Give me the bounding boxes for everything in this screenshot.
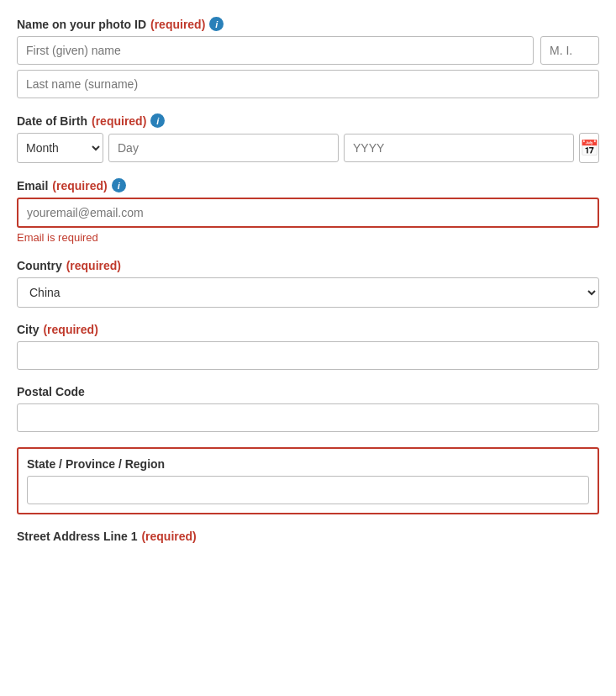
email-info-icon[interactable]: i — [112, 178, 126, 192]
dob-info-icon[interactable]: i — [150, 113, 165, 128]
state-province-box: State / Province / Region — [17, 447, 599, 514]
street-label-text: Street Address Line 1 — [17, 530, 137, 543]
postal-label-text: Postal Code — [17, 385, 85, 398]
dob-label-text: Date of Birth — [17, 114, 87, 128]
name-label-text: Name on your photo ID — [17, 18, 146, 31]
country-label: Country (required) — [17, 259, 599, 272]
dob-year-input[interactable] — [344, 134, 574, 162]
dob-required: (required) — [92, 114, 146, 128]
postal-section: Postal Code — [17, 385, 599, 432]
city-label-text: City — [17, 323, 39, 336]
postal-label: Postal Code — [17, 385, 599, 398]
first-name-input[interactable] — [17, 36, 534, 65]
street-section: Street Address Line 1 (required) — [17, 530, 599, 543]
name-row-first-mi — [17, 36, 599, 65]
state-input[interactable] — [27, 476, 589, 504]
last-name-wrapper — [17, 70, 599, 98]
dob-day-input[interactable] — [108, 134, 339, 162]
country-label-text: Country — [17, 259, 62, 272]
dob-section: Date of Birth (required) i Month January… — [17, 113, 599, 163]
email-section: Email (required) i Email is required — [17, 178, 599, 244]
mi-input[interactable] — [540, 36, 599, 65]
email-label-text: Email — [17, 179, 48, 192]
name-label: Name on your photo ID (required) i — [17, 17, 599, 31]
city-label: City (required) — [17, 323, 599, 336]
street-label: Street Address Line 1 (required) — [17, 530, 599, 543]
mi-wrapper — [540, 36, 599, 65]
name-info-icon[interactable]: i — [209, 17, 224, 31]
country-required: (required) — [66, 259, 121, 272]
street-required: (required) — [141, 530, 196, 543]
calendar-icon: 📅 — [580, 139, 598, 157]
dob-label: Date of Birth (required) i — [17, 113, 599, 128]
city-required: (required) — [43, 323, 97, 336]
first-name-wrapper — [17, 36, 534, 65]
city-section: City (required) — [17, 323, 599, 370]
email-label: Email (required) i — [17, 178, 599, 192]
city-input[interactable] — [17, 341, 599, 370]
name-required: (required) — [150, 18, 205, 31]
email-required: (required) — [52, 179, 107, 192]
state-label: State / Province / Region — [27, 457, 589, 471]
calendar-icon-button[interactable]: 📅 — [579, 133, 599, 163]
last-name-input[interactable] — [17, 70, 599, 98]
name-section: Name on your photo ID (required) i — [17, 17, 599, 98]
country-select[interactable]: China United States United Kingdom Canad… — [17, 277, 599, 308]
dob-row: Month January February March April May J… — [17, 133, 599, 163]
country-section: Country (required) China United States U… — [17, 259, 599, 308]
email-input[interactable] — [17, 198, 599, 228]
email-error-message: Email is required — [17, 231, 599, 244]
state-label-text: State / Province / Region — [27, 457, 165, 471]
dob-month-select[interactable]: Month January February March April May J… — [17, 133, 103, 163]
postal-input[interactable] — [17, 403, 599, 432]
state-section: State / Province / Region — [17, 447, 599, 514]
